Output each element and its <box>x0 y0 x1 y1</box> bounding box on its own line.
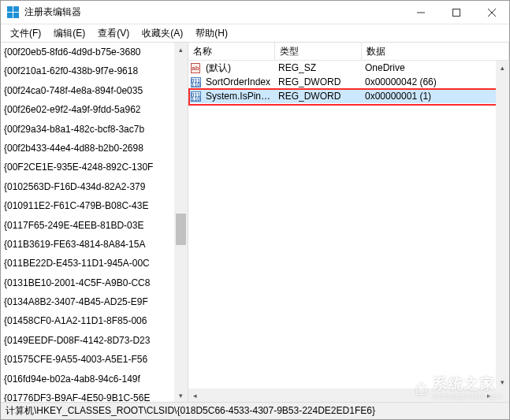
content-area: {00f20eb5-8fd6-4d9d-b75e-3680{00f210a1-6… <box>1 42 509 402</box>
col-header-name[interactable]: 名称 <box>188 43 275 60</box>
tree-item[interactable]: {0134A8B2-3407-4B45-AD25-E9F <box>1 292 188 311</box>
tree-item[interactable]: {01458CF0-A1A2-11D1-8F85-006 <box>1 311 188 330</box>
col-header-data[interactable]: 数据 <box>362 43 509 60</box>
reg-binary-icon: 011110 <box>191 77 201 87</box>
maximize-button[interactable] <box>438 1 474 24</box>
value-type: REG_DWORD <box>275 75 362 89</box>
app-icon <box>7 6 20 19</box>
scroll-down-icon[interactable]: ▾ <box>496 375 509 388</box>
scroll-down-icon[interactable]: ▾ <box>174 388 188 402</box>
tree-item[interactable]: {016fd94e-b02a-4ab8-94c6-149f <box>1 370 188 388</box>
tree-item[interactable]: {00F2CE1E-935E-4248-892C-130F <box>1 158 188 177</box>
value-data: 0x00000001 (1) <box>362 89 509 103</box>
scroll-corner <box>496 388 509 402</box>
tree-scrollbar[interactable]: ▴ ▾ <box>174 43 188 402</box>
minimize-button[interactable] <box>403 1 438 24</box>
menu-bar: 文件(F) 编辑(E) 查看(V) 收藏夹(A) 帮助(H) <box>1 24 509 42</box>
tree-item[interactable]: {0149EEDF-D08F-4142-8D73-D23 <box>1 331 188 350</box>
values-pane: 名称 类型 数据 ab(默认)REG_SZOneDrive011110SortO… <box>188 43 509 402</box>
tree-item[interactable]: {01575CFE-9A55-4003-A5E1-F56 <box>1 350 188 369</box>
list-row[interactable]: 011110SortOrderIndexREG_DWORD0x00000042 … <box>188 75 509 89</box>
tree-item[interactable]: {00f20eb5-8fd6-4d9d-b75e-3680 <box>1 43 188 61</box>
scroll-up-icon[interactable]: ▴ <box>174 43 188 56</box>
scroll-up-icon[interactable]: ▴ <box>496 61 509 74</box>
title-bar: 注册表编辑器 <box>1 1 509 24</box>
reg-binary-icon: 011110 <box>191 91 201 102</box>
value-type: REG_DWORD <box>275 89 362 103</box>
list-scroll-vertical[interactable]: ▴ ▾ <box>496 61 509 388</box>
tree-item[interactable]: {01776DF3-B9AF-4E50-9B1C-56E <box>1 388 188 402</box>
value-type: REG_SZ <box>275 61 362 75</box>
value-name: SortOrderIndex <box>203 75 275 89</box>
status-bar: 计算机\HKEY_CLASSES_ROOT\CLSID\{018D5C66-45… <box>1 402 509 419</box>
close-button[interactable] <box>474 1 509 24</box>
col-header-type[interactable]: 类型 <box>275 43 362 60</box>
registry-tree[interactable]: {00f20eb5-8fd6-4d9d-b75e-3680{00f210a1-6… <box>1 43 188 402</box>
svg-rect-1 <box>452 9 460 16</box>
menu-help[interactable]: 帮助(H) <box>189 25 234 42</box>
list-row[interactable]: 011110System.IsPinne...REG_DWORD0x000000… <box>188 89 509 103</box>
reg-string-icon: ab <box>191 63 199 73</box>
tree-item[interactable]: {00f2b433-44e4-4d88-b2b0-2698 <box>1 139 188 158</box>
tree-item[interactable]: {0131BE10-2001-4C5F-A9B0-CC8 <box>1 273 188 292</box>
list-body[interactable]: ab(默认)REG_SZOneDrive011110SortOrderIndex… <box>188 61 509 402</box>
registry-tree-pane: {00f20eb5-8fd6-4d9d-b75e-3680{00f210a1-6… <box>1 43 188 402</box>
list-header: 名称 类型 数据 <box>188 43 509 61</box>
tree-item[interactable]: {011B3619-FE63-4814-8A84-15A <box>1 235 188 254</box>
list-row[interactable]: ab(默认)REG_SZOneDrive <box>188 61 509 75</box>
status-path: 计算机\HKEY_CLASSES_ROOT\CLSID\{018D5C66-45… <box>6 404 375 418</box>
tree-item[interactable]: {00f210a1-62f0-438b-9f7e-9618 <box>1 61 188 80</box>
menu-favorites[interactable]: 收藏夹(A) <box>136 25 189 42</box>
tree-item[interactable]: {00f24ca0-748f-4e8a-894f-0e035 <box>1 81 188 100</box>
value-name: System.IsPinne... <box>203 89 275 103</box>
menu-view[interactable]: 查看(V) <box>91 25 136 42</box>
value-data: OneDrive <box>362 61 509 75</box>
value-name: (默认) <box>203 61 275 75</box>
scroll-thumb[interactable] <box>176 214 186 245</box>
list-scroll-horizontal[interactable]: ◂ ▸ <box>188 388 496 402</box>
tree-item[interactable]: {0117F65-249E-4EEB-81BD-03E <box>1 216 188 235</box>
window-controls <box>403 1 509 24</box>
scroll-right-icon[interactable]: ▸ <box>482 388 496 402</box>
tree-item[interactable]: {00f26e02-e9f2-4a9f-9fdd-5a962 <box>1 100 188 119</box>
tree-item[interactable]: {010911E2-F61C-479B-B08C-43E <box>1 196 188 215</box>
tree-item[interactable]: {00f29a34-b8a1-482c-bcf8-3ac7b <box>1 120 188 139</box>
value-data: 0x00000042 (66) <box>362 75 509 89</box>
menu-edit[interactable]: 编辑(E) <box>47 25 91 42</box>
scroll-left-icon[interactable]: ◂ <box>188 388 202 402</box>
tree-item[interactable]: {0102563D-F16D-434d-82A2-379 <box>1 177 188 196</box>
tree-item[interactable]: {011BE22D-E453-11D1-945A-00C <box>1 254 188 273</box>
menu-file[interactable]: 文件(F) <box>4 25 47 42</box>
window-title: 注册表编辑器 <box>24 6 403 19</box>
